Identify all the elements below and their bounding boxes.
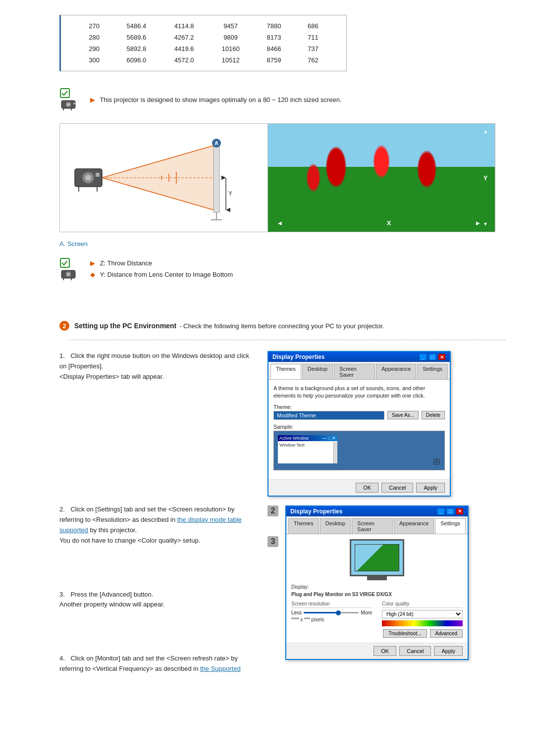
table-cell-col5: 8466: [253, 43, 294, 54]
window1-sample-label: Sample:: [273, 424, 445, 430]
svg-rect-10: [96, 173, 100, 177]
badge-2: 2: [268, 505, 278, 516]
color-label: Color quality: [382, 601, 463, 608]
y-arrow-container: ▲ Y ▼: [483, 129, 488, 227]
tab-desktop-1[interactable]: Desktop: [302, 364, 333, 379]
svg-point-30: [67, 273, 70, 276]
distance-table: 2705486.44114.8945778806862805689.64267.…: [76, 20, 331, 66]
table-cell-col3: 4267.2: [160, 32, 208, 43]
window1-delete-btn[interactable]: Delete: [422, 411, 445, 419]
table-cell-col2: 5892.8: [112, 43, 160, 54]
troubleshoot-btn[interactable]: Troubleshoot...: [383, 629, 427, 638]
tab-settings-1[interactable]: Settings: [417, 364, 448, 379]
tab-themes-1[interactable]: Themes: [270, 364, 301, 379]
window1-ok-btn[interactable]: OK: [356, 483, 378, 493]
y-diamond: ◆: [90, 271, 95, 278]
diagram-right: ▲ Y ▼ ◀ X ▶: [268, 124, 495, 232]
projector-note: ▶ This projector is designed to show ima…: [59, 88, 505, 111]
more-label: More: [361, 610, 372, 615]
window2-title: Display Properties: [290, 508, 342, 515]
window2-apply-btn[interactable]: Apply: [434, 646, 463, 656]
slider-track[interactable]: [304, 612, 359, 613]
z-text: Z: Throw Distance: [100, 259, 152, 267]
window2-footer: OK Cancel Apply: [286, 643, 468, 659]
less-label: Less: [291, 610, 302, 615]
table-cell-col6: 711: [295, 32, 331, 43]
table-cell-col1: 280: [76, 32, 112, 43]
minimize-btn-1[interactable]: _: [419, 353, 427, 360]
table-cell-col1: 300: [76, 54, 112, 66]
step-3-num: 3.: [59, 590, 65, 600]
number-badges: 2 3: [268, 505, 282, 577]
mini-window-text: Window Text: [279, 443, 305, 448]
y-label: Y: [483, 174, 488, 182]
steps-left: 1. Click the right mouse button on the W…: [59, 351, 268, 688]
step-1-num: 1.: [59, 351, 65, 361]
tab-screensaver-2[interactable]: Screen Saver: [352, 518, 393, 534]
window1-theme-select[interactable]: Modified Theme: [273, 411, 384, 420]
svg-rect-27: [60, 258, 69, 267]
maximize-btn-2[interactable]: □: [446, 508, 454, 515]
window2-monitor-area: [291, 539, 463, 580]
window2-display-label: Display:: [291, 584, 463, 590]
window1-titlebar: Display Properties _ □ ✕: [268, 352, 450, 362]
svg-rect-0: [60, 89, 69, 98]
close-btn-2[interactable]: ✕: [456, 508, 464, 515]
z-arrow: ▶: [90, 259, 95, 267]
window1-save-btn[interactable]: Save As...: [387, 411, 419, 419]
table-cell-col3: 4572.0: [160, 54, 208, 66]
step-2-link: the display mode table supported: [59, 516, 242, 534]
tab-appearance-2[interactable]: Appearance: [394, 518, 434, 534]
table-cell-col6: 686: [295, 20, 331, 32]
table-cell-col3: 4114.8: [160, 20, 208, 32]
distance-table-section: 2705486.44114.8945778806862805689.64267.…: [30, 15, 505, 73]
step-2-text: Click on [Settings] tab and set the <Scr…: [59, 505, 242, 544]
table-cell-col2: 6096.0: [112, 54, 160, 66]
window2-cancel-btn[interactable]: Cancel: [399, 646, 431, 656]
svg-rect-13: [214, 143, 219, 212]
window1-cancel-btn[interactable]: Cancel: [381, 483, 413, 493]
tab-settings-2[interactable]: Settings: [435, 518, 466, 534]
y-arrow-bottom: ▼: [483, 221, 488, 227]
window2-with-badges: 2 3 Display Properties _ □ ✕ Themes Desk…: [268, 505, 505, 669]
window2-resolution-col: Screen resolution Less More **** x *** p…: [291, 601, 372, 622]
table-cell-col2: 5486.4: [112, 20, 160, 32]
table-row: 3006096.04572.0105128759762: [76, 54, 331, 66]
tab-desktop-2[interactable]: Desktop: [320, 518, 351, 534]
window1-title: Display Properties: [272, 353, 324, 360]
y-arrow-top: ▲: [483, 129, 488, 134]
window2-ok-btn[interactable]: OK: [374, 646, 396, 656]
tab-themes-2[interactable]: Themes: [288, 518, 319, 534]
diagram-left: A Y: [60, 124, 268, 232]
active-window-mini: Active Window — □ ✕ Window Text: [278, 435, 337, 463]
table-cell-col5: 8173: [253, 32, 294, 43]
mini-title: Active Window: [279, 436, 309, 441]
svg-text:Y: Y: [228, 190, 232, 197]
maximize-btn-1[interactable]: □: [428, 353, 436, 360]
step-4: 4. Click on [Monitor] tab and set the <S…: [59, 654, 258, 674]
advanced-btn[interactable]: Advanced: [430, 629, 463, 638]
mini-buttons: — □ ✕: [322, 436, 336, 441]
window2-tabs: Themes Desktop Screen Saver Appearance S…: [286, 516, 468, 534]
table-row: 2805689.64267.298098173711: [76, 32, 331, 43]
window1-description: A theme is a background plus a set of so…: [273, 385, 445, 400]
table-cell-col1: 270: [76, 20, 112, 32]
tab-screensaver-1[interactable]: Screen Saver: [334, 364, 375, 379]
pc-setup-subtitle: - Check the following items before conne…: [179, 322, 384, 330]
x-arrow-left: ◀: [278, 220, 282, 226]
window1-tabs: Themes Desktop Screen Saver Appearance S…: [268, 362, 450, 380]
monitor-screen: [355, 544, 399, 571]
table-cell-col1: 290: [76, 43, 112, 54]
step-1-text: Click the right mouse button on the Wind…: [59, 352, 249, 380]
x-label: X: [387, 219, 391, 227]
pc-setup-header: 2 Setting up the PC Environment - Check …: [59, 321, 505, 331]
window1-footer: OK Cancel Apply: [268, 479, 450, 496]
tab-appearance-1[interactable]: Appearance: [376, 364, 416, 379]
close-btn-1[interactable]: ✕: [438, 353, 446, 360]
minimize-btn-2[interactable]: _: [437, 508, 445, 515]
y-text: Y: Distance from Lens Center to Image Bo…: [100, 271, 233, 278]
window1-apply-btn[interactable]: Apply: [416, 483, 445, 493]
step-2-num: 2.: [59, 504, 65, 515]
step-4-num: 4.: [59, 654, 65, 664]
color-quality-select[interactable]: High (24 bit): [382, 610, 463, 618]
